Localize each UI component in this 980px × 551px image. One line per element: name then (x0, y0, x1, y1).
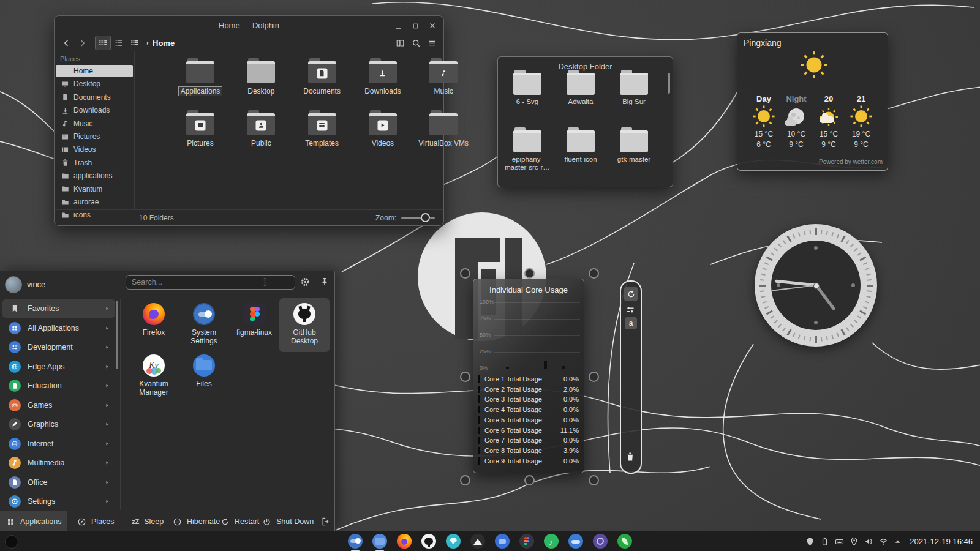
sidebar-item-documents[interactable]: Documents (56, 91, 133, 103)
resize-handle-3[interactable] (460, 372, 470, 382)
legend-row-core-1[interactable]: Core 1 Total Usage0.0% (478, 374, 579, 384)
menu-icon[interactable] (424, 36, 440, 50)
volume-icon[interactable] (864, 537, 873, 546)
grid-dots-icon[interactable] (98, 38, 108, 48)
back-icon[interactable] (58, 36, 74, 50)
minimize-icon[interactable] (393, 21, 403, 31)
resize-handle-5[interactable] (460, 475, 470, 485)
folder-item-downloads[interactable]: Downloads (355, 61, 411, 96)
trash-icon[interactable] (625, 452, 635, 462)
resize-handle-1[interactable] (524, 268, 535, 279)
desktop-item-epiphany-master-src-r-[interactable]: epiphany-master-src-r… (501, 130, 554, 171)
menu-icon[interactable] (428, 39, 437, 48)
icons-view-icon[interactable] (95, 36, 111, 50)
tray-caret-up-icon[interactable] (894, 538, 902, 545)
action-shut-down[interactable]: Shut Down (256, 511, 320, 532)
maximize-icon[interactable] (410, 21, 420, 31)
desktop-item-big-sur[interactable]: Big Sur (608, 73, 660, 106)
avatar[interactable] (5, 276, 22, 293)
tray-volume-icon[interactable] (864, 537, 873, 546)
list-view-icon[interactable] (114, 38, 124, 48)
folder-item-documents[interactable]: Documents (294, 61, 350, 96)
legend-row-core-8[interactable]: Core 8 Total Usage3.9% (478, 446, 579, 455)
sidebar-item-videos[interactable]: Videos (56, 143, 133, 156)
category-favorites[interactable]: Favorites (2, 299, 115, 318)
taskbar-app-firefox[interactable] (397, 534, 412, 549)
category-education[interactable]: Education (2, 377, 115, 395)
close-icon[interactable] (428, 21, 437, 30)
app-kvantum-manager[interactable]: KvKvantum Manager (129, 350, 179, 403)
taskbar-app-figma[interactable] (519, 534, 534, 549)
rotate-widget-icon[interactable] (624, 287, 638, 301)
forward-icon[interactable] (74, 36, 90, 50)
list-view-icon[interactable] (111, 36, 127, 50)
scrollbar[interactable] (116, 301, 118, 369)
search-input[interactable] (126, 275, 295, 290)
tray-shield-icon[interactable] (805, 537, 815, 546)
sidebar-item-aurorae[interactable]: aurorae (56, 196, 133, 208)
category-multimedia[interactable]: Multimedia (2, 454, 115, 472)
app-figma-linux[interactable]: figma-linux (229, 298, 279, 352)
legend-row-core-6[interactable]: Core 6 Total Usage11.1% (478, 425, 579, 435)
shield-icon[interactable] (805, 537, 815, 546)
caret-up-icon[interactable] (894, 538, 902, 545)
sidebar-item-music[interactable]: Music (56, 118, 133, 130)
remove-widget-icon[interactable] (625, 452, 635, 462)
pin-icon[interactable] (320, 277, 330, 287)
taskbar-app-leaf-app[interactable] (617, 534, 632, 549)
sidebar-item-applications[interactable]: applications (56, 170, 133, 182)
sliders-icon[interactable] (625, 305, 635, 315)
folder-item-videos[interactable]: Videos (355, 113, 411, 148)
resize-handle-7[interactable] (589, 475, 599, 485)
category-all-applications[interactable]: All Applications (2, 319, 115, 337)
category-internet[interactable]: Internet (2, 435, 115, 453)
taskbar-app-files[interactable] (372, 534, 387, 549)
taskbar-app-system-settings[interactable] (348, 534, 363, 549)
folder-item-desktop[interactable]: Desktop (233, 61, 289, 96)
folder-item-templates[interactable]: Templates (294, 113, 350, 148)
split-view-icon[interactable] (392, 36, 408, 50)
action-applications[interactable]: Applications (0, 511, 67, 532)
category-office[interactable]: Office (2, 473, 115, 492)
sidebar-item-trash[interactable]: Trash (56, 157, 133, 169)
zoom-slider-track-end[interactable] (430, 217, 435, 219)
taskbar-app-github-desktop[interactable] (421, 534, 436, 549)
folder-item-applications[interactable]: Applications (172, 61, 228, 96)
sidebar-item-desktop[interactable]: Desktop (56, 78, 133, 90)
gear-icon[interactable] (300, 277, 311, 287)
resize-handle-6[interactable] (524, 475, 535, 485)
close-icon[interactable] (428, 21, 437, 31)
resize-handle-4[interactable] (589, 372, 599, 382)
category-graphics[interactable]: Graphics (2, 415, 115, 433)
folder-item-music[interactable]: Music (415, 61, 472, 96)
maximize-icon[interactable] (412, 22, 420, 30)
search-icon[interactable] (412, 39, 421, 48)
compact-view-icon[interactable] (127, 36, 143, 50)
arrow-left-icon[interactable] (62, 39, 71, 48)
category-games[interactable]: Games (2, 396, 115, 414)
desktop-item-adwaita[interactable]: Adwaita (554, 73, 607, 106)
location-icon[interactable] (850, 537, 859, 546)
tray-location-icon[interactable] (850, 537, 859, 546)
legend-row-core-3[interactable]: Core 3 Total Usage0.0% (478, 394, 579, 404)
split-icon[interactable] (396, 39, 405, 48)
action-sleep[interactable]: zZSleep (126, 511, 170, 532)
wifi-icon[interactable] (879, 537, 888, 546)
category-settings[interactable]: Settings (2, 492, 115, 511)
resize-handle-2[interactable] (589, 268, 599, 279)
taskbar-app-music-app[interactable]: ♪ (544, 534, 559, 549)
taskbar-app-cloud-app[interactable] (568, 534, 583, 549)
search-icon[interactable] (408, 36, 424, 50)
rotate-icon[interactable] (627, 290, 636, 299)
leave-button[interactable] (321, 517, 331, 527)
resize-handle-0[interactable] (460, 268, 470, 279)
app-files[interactable]: Files (179, 350, 229, 403)
sidebar-item-kvantum[interactable]: Kvantum (56, 183, 133, 195)
core-usage-widget[interactable]: Individual Core Usage 100%75%50%25%0% Co… (473, 279, 584, 473)
folder-item-virtualbox-vms[interactable]: VirtualBox VMs (415, 113, 472, 148)
sidebar-item-pictures[interactable]: Pictures (56, 130, 133, 143)
logout-icon[interactable] (321, 517, 331, 527)
app-firefox[interactable]: Firefox (129, 298, 179, 352)
zoom-slider-knob[interactable] (421, 213, 430, 222)
configure-widget-icon[interactable] (625, 305, 635, 315)
